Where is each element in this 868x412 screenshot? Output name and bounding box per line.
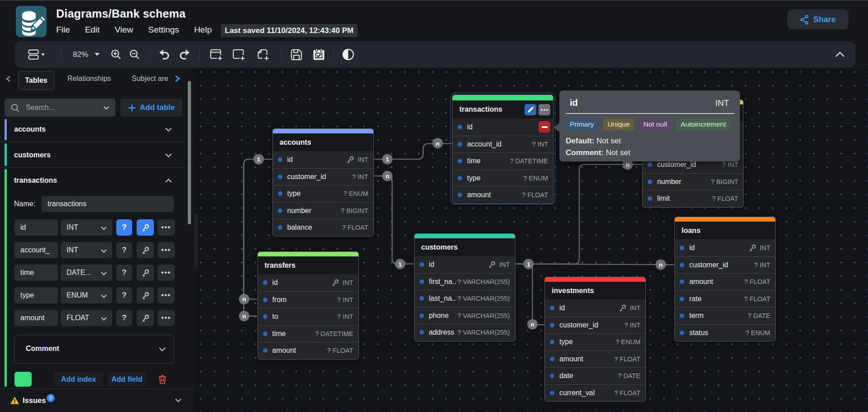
svg-text:1: 1 bbox=[527, 261, 530, 268]
svg-text:1: 1 bbox=[257, 156, 261, 163]
svg-text:n: n bbox=[659, 261, 663, 268]
svg-text:n: n bbox=[626, 161, 630, 168]
svg-text:n: n bbox=[242, 296, 246, 303]
svg-text:n: n bbox=[242, 313, 246, 320]
svg-text:1: 1 bbox=[386, 156, 389, 163]
svg-text:1: 1 bbox=[398, 261, 402, 268]
svg-text:n: n bbox=[386, 173, 389, 180]
svg-text:n: n bbox=[436, 140, 439, 147]
svg-text:n: n bbox=[530, 321, 534, 328]
